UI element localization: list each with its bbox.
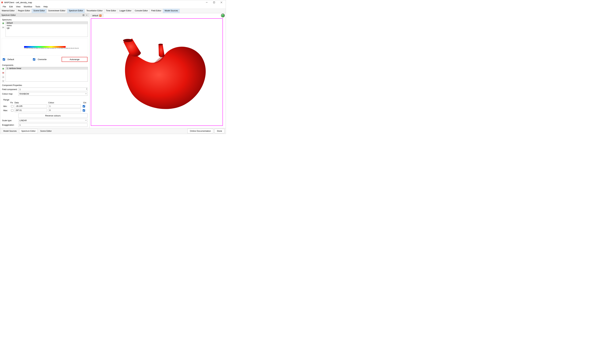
spectrums-label: Spectrums [2, 19, 88, 21]
online-documentation-button[interactable]: Online Documentation [187, 129, 213, 133]
spectrum-item[interactable]: mono [6, 24, 88, 27]
menu-edit[interactable]: Edit [8, 5, 14, 9]
spectrum-item[interactable]: default [6, 22, 88, 24]
gradient-ticks: 12.6105e+02.0596e+02.5084e+02.08369e+02.… [24, 48, 66, 49]
spectrum-list[interactable]: default mono rgb [6, 22, 88, 37]
done-button[interactable]: Done [215, 129, 224, 133]
menubar: File Edit View Workflow Tools Help [0, 5, 226, 9]
svg-point-13 [2, 73, 4, 73]
viewport-panel: default ✕ [90, 13, 226, 128]
maximize-button[interactable] [210, 0, 218, 5]
scale-type-label: Scale type: [2, 119, 17, 122]
spectrum-list-buttons [2, 22, 5, 37]
spinner-buttons[interactable]: ▲▼ [86, 88, 87, 90]
overwrite-checkbox[interactable] [33, 58, 35, 61]
spectrum-editor-panel: Spectrum Editor Spectrums default mono [0, 13, 90, 128]
tab-region-editor[interactable]: Region Editor [16, 9, 32, 13]
close-view-tab-button[interactable]: ✕ [99, 14, 101, 17]
panel-popout-button[interactable] [82, 14, 85, 17]
move-component-down-button[interactable] [2, 80, 5, 83]
max-colour-input[interactable] [48, 109, 81, 112]
titlebar: MAPClient - cell_density_map [0, 0, 226, 5]
tab-model-sources[interactable]: Model Sources [163, 9, 180, 13]
max-label: Max: [3, 109, 9, 112]
add-component-button[interactable] [2, 67, 5, 70]
default-checkbox-label: Default [8, 58, 14, 61]
component-item[interactable]: 1. rainbow linear [6, 67, 88, 70]
3d-viewport[interactable] [91, 18, 223, 126]
max-data-input[interactable] [14, 109, 47, 112]
remove-spectrum-button[interactable] [2, 26, 5, 29]
window-title: MAPClient - cell_density_map [4, 1, 203, 4]
add-view-button[interactable] [221, 13, 225, 17]
content-area: Spectrum Editor Spectrums default mono [0, 13, 226, 128]
minimize-button[interactable] [203, 0, 210, 5]
close-button[interactable] [218, 0, 225, 5]
scale-type-select[interactable]: LINEAR [18, 119, 87, 122]
tab-logger-editor[interactable]: Logger Editor [118, 9, 133, 13]
view-tab-label: default [92, 14, 98, 17]
panel-title-text: Spectrum Editor [1, 14, 16, 16]
colour-map-value: RAINBOW [19, 93, 29, 95]
footer-tab-spectrum-editor[interactable]: Spectrum Editor [19, 129, 38, 133]
footer: Model Sources Spectrum Editor Scene Edit… [0, 128, 226, 134]
menu-workflow[interactable]: Workflow [22, 5, 34, 9]
components-label: Components [2, 64, 88, 66]
min-fix-checkbox[interactable] [11, 105, 14, 107]
tab-material-editor[interactable]: Material Editor [0, 9, 16, 13]
menu-view[interactable]: View [14, 5, 22, 9]
min-data-input[interactable] [14, 104, 47, 108]
tab-tessellation-editor[interactable]: Tessellation Editor [85, 9, 104, 13]
footer-tab-model-sources[interactable]: Model Sources [1, 129, 18, 133]
default-checkbox[interactable] [3, 58, 5, 61]
min-ext-checkbox[interactable] [83, 105, 85, 107]
spectrum-options-row: Default Overwrite Autorange [0, 56, 89, 63]
tab-sceneviewer-editor[interactable]: Sceneviewer Editor [47, 9, 67, 13]
field-component-spinner[interactable]: 1 ▲▼ [18, 88, 87, 91]
application-window: MAPClient - cell_density_map File Edit V… [0, 0, 226, 134]
menu-file[interactable]: File [1, 5, 8, 9]
component-list-buttons [2, 67, 5, 83]
add-spectrum-button[interactable] [2, 22, 5, 25]
min-colour-input[interactable] [48, 104, 81, 108]
tab-scene-editor[interactable]: Scene Editor [32, 9, 47, 13]
app-icon [1, 1, 3, 4]
tab-field-editor[interactable]: Field Editor [150, 9, 163, 13]
reverse-colours-button[interactable]: Reverse colours [18, 114, 87, 118]
max-fix-checkbox[interactable] [11, 109, 14, 112]
tab-spectrum-editor[interactable]: Spectrum Editor [67, 9, 85, 13]
remove-component-button[interactable] [2, 71, 5, 74]
viewport-tabbar: default ✕ [90, 13, 226, 18]
field-component-label: Field component: [2, 88, 17, 91]
move-component-up-button[interactable] [2, 76, 5, 78]
data-header: Data: [14, 102, 47, 104]
reverse-colours-row: Reverse colours [0, 113, 89, 118]
overwrite-checkbox-label: Overwrite [38, 58, 47, 61]
colour-map-label: Colour map: [2, 93, 17, 95]
spectrum-item[interactable]: rgb [6, 27, 88, 29]
exaggeration-input[interactable] [18, 123, 87, 127]
panel-close-button[interactable] [85, 14, 88, 17]
svg-point-17 [158, 44, 163, 45]
tab-console-editor[interactable]: Console Editor [133, 9, 150, 13]
components-section: Components 1. rainbow linear [0, 63, 89, 83]
component-list[interactable]: 1. rainbow linear [6, 67, 88, 82]
svg-rect-1 [213, 2, 215, 3]
footer-tab-scene-editor[interactable]: Scene Editor [38, 129, 54, 133]
scale-type-value: LINEAR [19, 119, 27, 122]
view-tab-default[interactable]: default ✕ [91, 14, 103, 17]
exaggeration-label: Exaggeration: [2, 124, 17, 126]
ext-header: Ext [82, 102, 86, 104]
tab-time-editor[interactable]: Time Editor [104, 9, 118, 13]
component-properties-label: Component Properties [2, 84, 89, 86]
svg-rect-4 [83, 14, 84, 16]
menu-help[interactable]: Help [42, 5, 49, 9]
field-component-value: 1 [19, 88, 21, 91]
fix-header: Fix [10, 102, 13, 104]
colour-map-select[interactable]: RAINBOW [18, 92, 87, 96]
colour-map-row: Colour map: RAINBOW [0, 92, 89, 96]
menu-tools[interactable]: Tools [34, 5, 42, 9]
max-ext-checkbox[interactable] [83, 109, 85, 112]
autorange-button[interactable]: Autorange [62, 57, 87, 62]
gradient-preview: 12.6105e+02.0596e+02.5084e+02.08369e+02.… [2, 38, 88, 56]
